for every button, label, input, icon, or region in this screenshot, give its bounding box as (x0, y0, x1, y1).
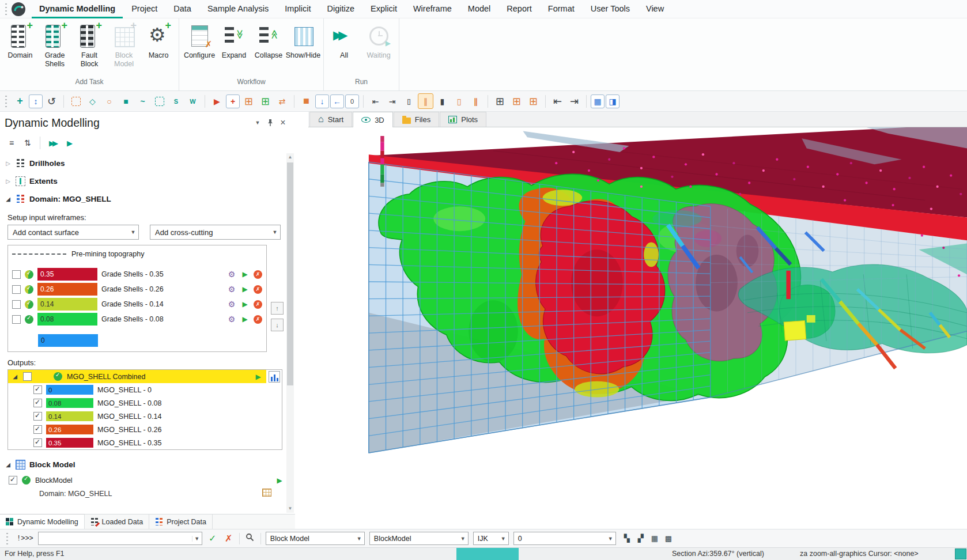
topography-row[interactable]: Pre-mining topography (12, 248, 262, 260)
view-tab[interactable]: Start (309, 112, 352, 127)
panel-menu-caret-icon[interactable]: ▼ (251, 116, 264, 129)
panel-tab[interactable]: Dynamic Modelling (0, 514, 85, 529)
run-selected-icon[interactable]: ▶ (62, 136, 75, 150)
output-row[interactable]: 0.35 MGO_SHELL - 0.35 (8, 436, 282, 449)
visibility-checkbox[interactable] (23, 372, 32, 381)
panel-splitter[interactable] (295, 112, 308, 529)
visibility-checkbox[interactable] (12, 300, 21, 309)
combined-output-strip[interactable]: ◢ MGO_SHELL Combined ▶ (8, 370, 266, 383)
grid-view-icon[interactable]: ▦ (591, 94, 605, 108)
level-select[interactable]: 0 ▼ (513, 532, 616, 545)
run-play-icon[interactable]: ▶ (240, 300, 250, 309)
collapse-all-icon[interactable]: ⇅ (21, 136, 35, 150)
grade-shell-row[interactable]: 0.35 Grade Shells - 0.35 ⚙ ▶ ✗ (12, 267, 262, 282)
pin-icon[interactable] (264, 116, 277, 129)
block-model-row[interactable]: BlockModel ▶ (0, 473, 295, 487)
visibility-checkbox[interactable] (33, 399, 42, 407)
apply-check-icon[interactable]: ✓ (207, 533, 218, 544)
ribbon-button[interactable]: Grade Shells (38, 21, 71, 76)
select-rect-icon[interactable] (68, 93, 84, 109)
run-play-icon[interactable]: ▶ (240, 315, 250, 324)
visibility-checkbox[interactable] (33, 438, 42, 447)
add-cell-icon[interactable]: ⊞ (241, 93, 256, 109)
output-row[interactable]: 0.26 MGO_SHELL - 0.26 (8, 423, 282, 436)
tree-item-drillholes[interactable]: ▷ Drillholes (0, 154, 295, 172)
checker-alt-icon[interactable]: ▞ (634, 534, 647, 543)
ribbon-button[interactable]: All (327, 21, 361, 76)
menu-item[interactable]: View (639, 0, 671, 18)
grid-import-icon[interactable]: ⊞ (526, 93, 541, 109)
add-point-icon[interactable]: + (226, 94, 240, 108)
viewport-3d[interactable] (308, 127, 967, 529)
grade-shell-row[interactable]: 0.08 Grade Shells - 0.08 ⚙ ▶ ✗ (12, 312, 262, 327)
brackets-icon[interactable]: [] (401, 93, 417, 109)
ribbon-button[interactable]: Block Model (107, 21, 141, 76)
visibility-checkbox[interactable] (33, 412, 42, 421)
ribbon-button[interactable]: Macro (142, 21, 175, 76)
menu-item[interactable]: Sample Analysis (200, 0, 276, 18)
delete-x-icon[interactable]: ✗ (254, 270, 262, 279)
menu-item[interactable]: User Tools (583, 0, 637, 18)
expander-icon[interactable]: ◢ (5, 196, 12, 202)
panel-tab[interactable]: Loaded Data (85, 514, 150, 529)
hatch-grid-icon[interactable]: ▩ (662, 534, 675, 543)
run-sequence-icon[interactable]: ▶▶ (46, 136, 59, 150)
block-model-type-select[interactable]: Block Model ▼ (266, 532, 365, 545)
visibility-checkbox[interactable] (12, 270, 21, 279)
expander-icon[interactable]: ▷ (5, 178, 12, 184)
back-box-icon[interactable]: ← (330, 94, 344, 108)
visibility-checkbox[interactable] (9, 476, 17, 485)
select-w-icon[interactable]: W (185, 93, 201, 109)
select-shape-icon[interactable]: ◇ (85, 93, 100, 109)
select-circle-icon[interactable]: ○ (101, 93, 117, 109)
move-up-button[interactable]: ↑ (271, 302, 284, 315)
panel-tab[interactable]: Project Data (149, 514, 213, 529)
select-free-icon[interactable]: ~ (135, 93, 150, 109)
zero-box-icon[interactable]: 0 (345, 94, 359, 108)
run-play-icon[interactable]: ▶ (240, 285, 250, 294)
ribbon-button[interactable]: Domain (3, 21, 37, 76)
run-segment-icon[interactable]: ▶ (209, 93, 225, 109)
menu-item[interactable]: Model (460, 0, 498, 18)
add-grid-icon[interactable]: ⊞ (258, 93, 273, 109)
orbit-icon[interactable]: ↺ (44, 93, 59, 109)
combined-output-row[interactable]: ◢ MGO_SHELL Combined ▶ (8, 370, 282, 383)
expander-icon[interactable]: ◢ (12, 373, 18, 380)
add-cross-cutting-select[interactable]: Add cross-cutting ▼ (150, 225, 281, 240)
grade-shell-row[interactable]: 0.26 Grade Shells - 0.26 ⚙ ▶ ✗ (12, 282, 262, 297)
settings-gear-icon[interactable]: ⚙ (227, 315, 236, 324)
viewport-3d-canvas[interactable] (308, 127, 967, 529)
down-box-icon[interactable]: ↓ (315, 94, 329, 108)
section-icon[interactable]: ∥ (418, 93, 433, 109)
menu-item[interactable]: Wireframe (406, 0, 459, 18)
menu-item[interactable]: Report (499, 0, 539, 18)
settings-gear-icon[interactable]: ⚙ (227, 285, 236, 294)
panel-scrollbar[interactable]: ▲ ▼ (286, 153, 294, 513)
block-model-domain-row[interactable]: Domain: MGO_SHELL (0, 487, 295, 500)
view-tab[interactable]: Files (394, 112, 439, 127)
view-tab[interactable]: 3D (353, 112, 393, 127)
select-s-icon[interactable]: S (168, 93, 184, 109)
menu-item[interactable]: Implicit (277, 0, 318, 18)
menu-item[interactable]: Dynamic Modelling (32, 0, 123, 18)
delete-x-icon[interactable]: ✗ (254, 285, 262, 294)
menu-item[interactable]: Project (124, 0, 165, 18)
ribbon-button[interactable]: Configure (183, 21, 216, 76)
swap-icon[interactable]: ⇄ (274, 93, 290, 109)
block-model-name-select[interactable]: BlockModel ▼ (369, 532, 469, 545)
deselect-icon[interactable] (152, 93, 167, 109)
scroll-down-icon[interactable]: ▼ (286, 505, 294, 513)
step-left-icon[interactable]: ⇤ (368, 93, 383, 109)
cancel-x-icon[interactable]: ✗ (223, 533, 235, 544)
bar-right-icon[interactable]: ▯ (451, 93, 467, 109)
menu-item[interactable]: Explicit (363, 0, 405, 18)
mini-grid-icon[interactable]: ▦ (648, 534, 661, 543)
fit-height-icon[interactable]: ↕ (29, 94, 43, 108)
ribbon-button[interactable]: Fault Block (73, 21, 106, 76)
add-contact-surface-select[interactable]: Add contact surface ▼ (7, 225, 139, 240)
tree-item-extents[interactable]: ▷ Extents (0, 172, 295, 190)
move-3d-icon[interactable]: + (12, 93, 28, 109)
collapse-left-icon[interactable]: ⇤ (550, 93, 565, 109)
move-down-button[interactable]: ↓ (271, 319, 284, 331)
scrollbar-thumb[interactable] (287, 162, 293, 385)
